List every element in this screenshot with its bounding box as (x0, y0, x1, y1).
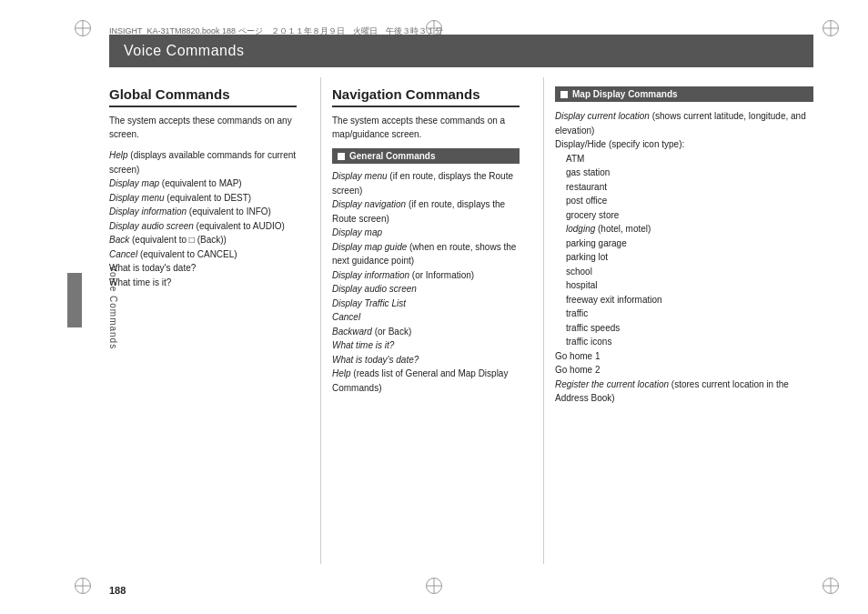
cmd-help: Help (109, 150, 128, 160)
bar-square-icon-map (560, 91, 568, 98)
list-item: Cancel (equivalent to CANCEL) (109, 247, 297, 262)
list-item: hospital (555, 278, 813, 293)
sidebar-bg (67, 273, 82, 327)
list-item: restaurant (555, 180, 813, 195)
list-item: Display map (332, 226, 520, 240)
list-item: Display menu (if en route, displays the … (332, 169, 520, 197)
list-item: What is today's date? (332, 353, 520, 367)
map-display-commands-column: Map Display Commands Display current loc… (555, 77, 813, 564)
global-commands-column: Global Commands The system accepts these… (109, 77, 309, 564)
list-item: Help (reads list of General and Map Disp… (332, 367, 520, 395)
header-band: Voice Commands (109, 35, 813, 67)
map-display-commands-list: Display current location (shows current … (555, 109, 813, 406)
map-display-commands-bar: Map Display Commands (555, 86, 813, 102)
list-item: parking garage (555, 237, 813, 251)
navigation-commands-intro: The system accepts these commands on a m… (332, 115, 520, 141)
corner-mark-br (823, 578, 839, 594)
list-item: What time is it? (109, 276, 297, 290)
general-commands-bar: General Commands (332, 148, 520, 164)
list-item: Register the current location (stores cu… (555, 377, 813, 406)
list-item: Display information (or Information) (332, 268, 520, 283)
list-item: traffic (555, 307, 813, 321)
general-commands-label: General Commands (349, 151, 435, 161)
global-commands-intro: The system accepts these commands on any… (109, 115, 297, 141)
divider-global-nav (320, 77, 321, 564)
navigation-commands-column: Navigation Commands The system accepts t… (332, 77, 532, 564)
list-item: What time is it? (332, 338, 520, 353)
bar-square-icon (338, 153, 345, 160)
navigation-commands-list: Display menu (if en route, displays the … (332, 169, 520, 395)
list-item: Display menu (equivalent to DEST) (109, 191, 297, 206)
cmd-back: Back (109, 235, 129, 245)
cmd-display-audio: Display audio screen (109, 221, 194, 231)
list-item: Display current location (shows current … (555, 109, 813, 137)
list-item: school (555, 265, 813, 279)
divider-nav-map (543, 77, 544, 564)
navigation-commands-title: Navigation Commands (332, 86, 520, 107)
list-item: Back (equivalent to □ (Back)) (109, 233, 297, 247)
corner-mark-tr (823, 20, 839, 36)
map-display-commands-title: Map Display Commands (572, 89, 678, 99)
list-item: Display map guide (when en route, shows … (332, 240, 520, 268)
list-item: freeway exit information (555, 293, 813, 307)
list-item: post office (555, 194, 813, 208)
list-item: Go home 2 (555, 363, 813, 377)
list-item: gas station (555, 166, 813, 180)
corner-mark-bc (426, 578, 442, 594)
cmd-display-map: Display map (109, 178, 159, 188)
corner-mark-tl (75, 20, 91, 36)
list-item: lodging (hotel, motel) (555, 222, 813, 237)
content-area: Global Commands The system accepts these… (109, 77, 813, 564)
corner-mark-bl (75, 578, 91, 594)
list-item: traffic speeds (555, 321, 813, 336)
page-number: 188 (109, 585, 126, 596)
list-item: Help (displays available commands for cu… (109, 148, 297, 176)
list-item: parking lot (555, 250, 813, 265)
list-item: grocery store (555, 208, 813, 223)
list-item: traffic icons (555, 335, 813, 349)
list-item: Display map (equivalent to MAP) (109, 176, 297, 191)
list-item: Cancel (332, 310, 520, 325)
list-item: Backward (or Back) (332, 325, 520, 339)
list-item: Display audio screen (equivalent to AUDI… (109, 219, 297, 234)
list-item: ATM (555, 152, 813, 166)
list-item: Go home 1 (555, 349, 813, 364)
list-item: Display navigation (if en route, display… (332, 197, 520, 226)
cmd-display-info: Display information (109, 206, 187, 216)
list-item: Display Traffic List (332, 297, 520, 311)
cmd-display-menu: Display menu (109, 193, 165, 203)
list-item: Display audio screen (332, 282, 520, 297)
global-commands-title: Global Commands (109, 86, 297, 107)
page-title: Voice Commands (124, 43, 244, 59)
cmd-cancel: Cancel (109, 249, 137, 259)
list-item: Display information (equivalent to INFO) (109, 205, 297, 219)
global-commands-list: Help (displays available commands for cu… (109, 148, 297, 289)
list-item: What is today's date? (109, 261, 297, 276)
list-item: Display/Hide (specify icon type): (555, 137, 813, 152)
